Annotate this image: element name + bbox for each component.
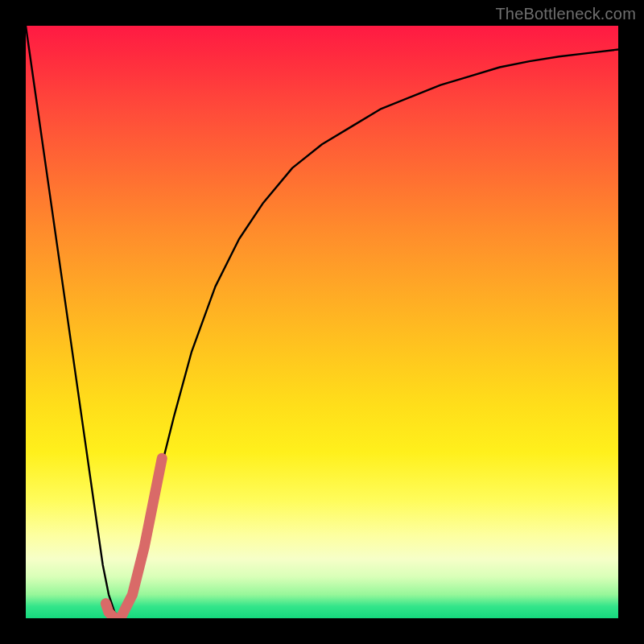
- plot-area: [26, 26, 618, 618]
- watermark-text: TheBottleneck.com: [495, 5, 636, 23]
- chart-frame: TheBottleneck.com: [0, 0, 644, 644]
- highlight-segment: [105, 458, 162, 618]
- bottleneck-curve: [26, 26, 618, 618]
- curve-layer: [26, 26, 618, 618]
